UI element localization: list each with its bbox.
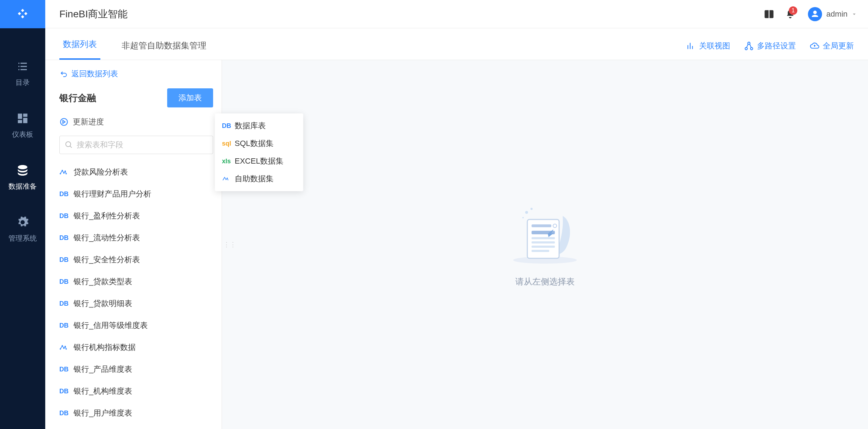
progress-icon — [59, 117, 69, 127]
action-global-update[interactable]: 全局更新 — [810, 41, 854, 60]
progress-label: 更新进度 — [73, 117, 104, 127]
xls-icon: xls — [222, 158, 235, 165]
svg-point-11 — [61, 345, 63, 347]
table-item[interactable]: DB银行_产品维度表 — [59, 358, 213, 380]
add-menu-item-sql[interactable]: sqlSQL数据集 — [215, 135, 303, 152]
svg-point-25 — [530, 208, 533, 210]
table-item[interactable]: DB银行_安全性分析表 — [59, 249, 213, 271]
db-icon: DB — [59, 366, 74, 373]
action-multipath-settings[interactable]: 多路径设置 — [744, 41, 796, 60]
svg-rect-17 — [532, 224, 551, 227]
svg-point-5 — [60, 173, 61, 175]
update-progress-link[interactable]: 更新进度 — [59, 117, 213, 127]
tab-data-list[interactable]: 数据列表 — [59, 39, 100, 60]
table-name: 银行_贷款明细表 — [74, 298, 132, 309]
sidenav-item-data-prep[interactable]: 数据准备 — [0, 153, 45, 205]
action-label: 全局更新 — [823, 41, 854, 51]
sql-icon: sql — [222, 140, 235, 147]
self-icon — [222, 175, 235, 182]
user-menu[interactable]: admin — [808, 7, 857, 21]
db-icon: DB — [59, 410, 74, 417]
book-icon[interactable] — [758, 0, 780, 28]
db-icon: DB — [59, 256, 74, 264]
sidenav-item-directory[interactable]: 目录 — [0, 49, 45, 101]
empty-illustration-icon — [506, 202, 584, 265]
database-icon — [16, 164, 29, 177]
self-dataset-icon — [59, 168, 74, 176]
add-menu-item-xls[interactable]: xlsEXCEL数据集 — [215, 152, 303, 170]
table-item[interactable]: 银行机构指标数据 — [59, 336, 213, 358]
svg-point-14 — [65, 348, 67, 350]
table-item[interactable]: DB银行理财产品用户分析 — [59, 183, 213, 205]
db-icon: DB — [59, 212, 74, 220]
app-title: FineBI商业智能 — [59, 7, 128, 21]
notification-badge: 1 — [789, 6, 797, 15]
panel-resize-handle[interactable]: ⋮⋮ — [223, 241, 236, 248]
dashboard-icon — [16, 112, 29, 125]
tab-non-super-dataset-mgmt[interactable]: 非超管自助数据集管理 — [118, 40, 210, 60]
table-list: 贷款风险分析表DB银行理财产品用户分析DB银行_盈利性分析表DB银行_流动性分析… — [59, 161, 213, 429]
preview-panel: ⋮⋮ — [222, 60, 868, 429]
sidenav-item-dashboard[interactable]: 仪表板 — [0, 101, 45, 153]
add-menu-item-self[interactable]: 自助数据集 — [215, 170, 303, 188]
svg-point-12 — [63, 348, 65, 349]
chevron-down-icon — [851, 11, 857, 17]
table-item[interactable]: 贷款风险分析表 — [59, 161, 213, 183]
logo-icon — [16, 8, 29, 20]
svg-point-1 — [750, 47, 753, 50]
app-logo[interactable] — [0, 0, 45, 28]
table-item[interactable]: DB银行_机构维度表 — [59, 380, 213, 402]
add-menu-label: 数据库表 — [235, 121, 266, 131]
search-icon — [65, 141, 73, 149]
multipath-icon — [744, 41, 753, 51]
tab-bar: 数据列表 非超管自助数据集管理 关联视图 多路径设置 全局更新 — [45, 28, 868, 60]
sidenav-label: 仪表板 — [12, 130, 33, 139]
svg-point-26 — [522, 217, 524, 218]
avatar-icon — [808, 7, 822, 21]
svg-rect-20 — [532, 237, 555, 239]
svg-point-6 — [61, 170, 63, 171]
table-item[interactable]: DB银行_信用等级维度表 — [59, 315, 213, 336]
self-dataset-icon — [59, 343, 74, 351]
add-table-button[interactable]: 添加表 — [167, 88, 213, 107]
notification-icon[interactable]: 1 — [780, 0, 801, 28]
table-name: 银行机构指标数据 — [74, 342, 136, 353]
table-item[interactable]: DB银行_盈利性分析表 — [59, 205, 213, 227]
table-name: 银行_用户维度表 — [74, 408, 132, 418]
db-icon: DB — [59, 388, 74, 395]
sidenav-label: 目录 — [16, 78, 30, 87]
table-item[interactable]: DB银行_贷款明细表 — [59, 293, 213, 315]
svg-point-24 — [525, 211, 528, 214]
back-link[interactable]: 返回数据列表 — [59, 69, 213, 79]
sidenav-label: 数据准备 — [8, 182, 37, 191]
empty-state-text: 请从左侧选择表 — [515, 276, 575, 287]
svg-point-9 — [65, 173, 67, 175]
side-nav: 目录 仪表板 数据准备 管理系统 — [0, 28, 45, 429]
table-name: 银行理财产品用户分析 — [74, 189, 151, 199]
top-bar: FineBI商业智能 1 admin — [0, 0, 868, 28]
db-icon: DB — [59, 300, 74, 307]
table-item[interactable]: DB银行_流动性分析表 — [59, 227, 213, 249]
sidenav-label: 管理系统 — [8, 234, 37, 243]
svg-point-7 — [63, 172, 65, 174]
table-name: 贷款风险分析表 — [74, 167, 128, 177]
svg-point-10 — [60, 348, 61, 350]
table-item[interactable]: DB银行_用户维度表 — [59, 402, 213, 424]
table-list-panel: 返回数据列表 银行金融 添加表 更新进度 — [45, 60, 222, 429]
add-menu-item-db[interactable]: DB数据库表 — [215, 117, 303, 135]
db-icon: DB — [222, 122, 235, 130]
cloud-refresh-icon — [810, 41, 819, 51]
gear-icon — [16, 216, 29, 229]
add-menu-label: SQL数据集 — [235, 138, 274, 149]
return-icon — [59, 70, 68, 78]
search-box[interactable] — [59, 136, 213, 154]
svg-rect-22 — [532, 246, 555, 248]
table-name: 银行_产品维度表 — [74, 364, 132, 375]
action-relation-view[interactable]: 关联视图 — [686, 41, 730, 60]
sidenav-item-admin[interactable]: 管理系统 — [0, 205, 45, 257]
list-icon — [16, 60, 29, 73]
db-icon: DB — [59, 234, 74, 242]
search-input[interactable] — [77, 140, 208, 149]
user-name: admin — [826, 10, 848, 19]
table-item[interactable]: DB银行_贷款类型表 — [59, 271, 213, 293]
